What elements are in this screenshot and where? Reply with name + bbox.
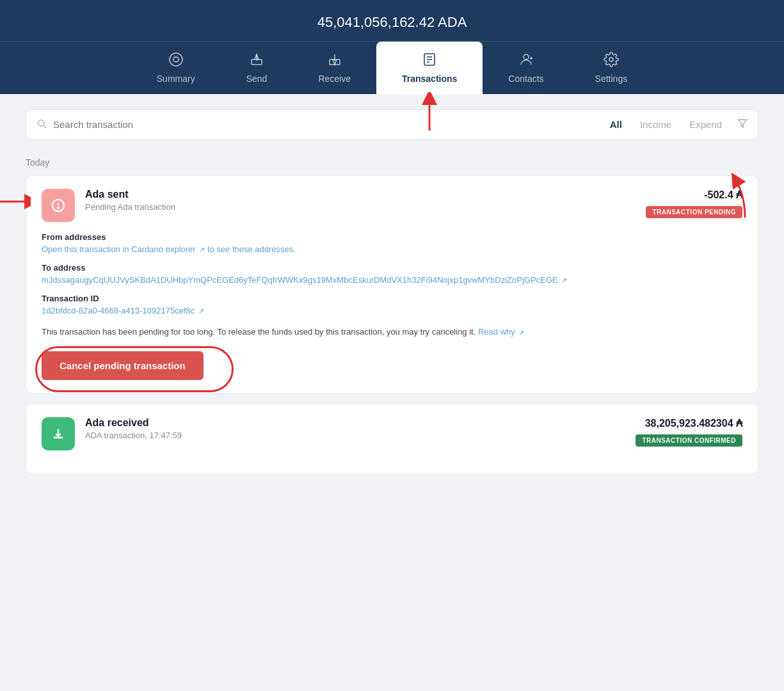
tx-icon-pending: [42, 189, 75, 222]
to-address-link[interactable]: mJdssagaugyCqUUJVySKBdA1DUHbpYmQPcEGEd6y…: [42, 275, 567, 285]
filter-income[interactable]: Income: [637, 118, 674, 131]
to-address-external-icon: ↗: [561, 276, 567, 284]
summary-icon: [168, 52, 184, 70]
tx-id-value: 1d2bfdcd-82a0-4668-a413-1092175cef8c ↗: [42, 306, 742, 315]
send-icon: [249, 52, 264, 70]
tx-id-link[interactable]: 1d2bfdcd-82a0-4668-a413-1092175cef8c ↗: [42, 306, 204, 315]
main-content: All Income Expend Today: [0, 94, 784, 500]
nav-label-contacts: Contacts: [508, 74, 543, 84]
external-link-icon: ↗: [199, 246, 205, 253]
receive-icon: [327, 52, 342, 70]
tx-right-pending: -502.4 ₳ TRANSACTION PENDING: [646, 189, 742, 218]
svg-point-1: [173, 57, 179, 62]
svg-marker-18: [738, 120, 746, 127]
read-why-link[interactable]: Read why ↗: [478, 327, 524, 337]
to-address-value: mJdssagaugyCqUUJVySKBdA1DUHbpYmQPcEGEd6y…: [42, 275, 742, 285]
nav-label-send: Send: [246, 74, 268, 84]
transactions-icon: [422, 52, 437, 70]
svg-point-23: [58, 207, 59, 209]
transaction-card-pending: Ada sent Pending Ada transaction -502.4 …: [26, 175, 758, 393]
tx-badge-confirmed: TRANSACTION CONFIRMED: [636, 434, 742, 447]
search-bar: All Income Expend: [26, 109, 758, 139]
tx-subtitle-pending: Pending Ada transaction: [85, 202, 646, 212]
nav-bar: Summary Send Receive: [0, 42, 784, 94]
from-addresses-value: Open this transaction in Cardano explore…: [42, 244, 742, 254]
tx-title-received: Ada received: [85, 417, 636, 429]
read-why-external-icon: ↗: [518, 329, 524, 337]
search-input[interactable]: [53, 119, 607, 130]
header: 45,041,056,162.42 ADA Summary Send: [0, 0, 784, 94]
nav-label-settings: Settings: [595, 74, 628, 84]
nav-item-transactions[interactable]: Transactions: [376, 42, 483, 94]
search-icon: [36, 118, 47, 131]
svg-rect-26: [54, 436, 63, 438]
nav-item-send[interactable]: Send: [221, 42, 293, 94]
nav-item-receive[interactable]: Receive: [292, 42, 376, 94]
tx-header-received: Ada received ADA transaction, 17:47:59 3…: [42, 417, 742, 450]
filter-all[interactable]: All: [607, 118, 625, 131]
tx-header-pending: Ada sent Pending Ada transaction -502.4 …: [42, 189, 742, 222]
cancel-btn-wrap: Cancel pending transaction: [42, 351, 742, 380]
tx-right-received: 38,205,923.482304 ₳ TRANSACTION CONFIRME…: [636, 417, 742, 447]
tx-icon-received: [42, 417, 75, 450]
nav-label-receive: Receive: [318, 74, 351, 84]
tx-id-label: Transaction ID: [42, 294, 742, 303]
tx-badge-pending: TRANSACTION PENDING: [646, 206, 742, 218]
svg-point-16: [38, 120, 44, 125]
tx-amount-received: 38,205,923.482304 ₳: [645, 417, 742, 429]
nav-item-contacts[interactable]: Contacts: [483, 42, 569, 94]
balance-display: 45,041,056,162.42 ADA: [0, 8, 784, 42]
transaction-card-received: Ada received ADA transaction, 17:47:59 3…: [26, 404, 758, 474]
cardano-explorer-link[interactable]: Open this transaction in Cardano explore…: [42, 244, 207, 254]
contacts-icon: [518, 52, 534, 70]
filter-icon[interactable]: [737, 118, 748, 131]
tx-warning-text: This transaction has been pending for to…: [42, 326, 742, 338]
tx-title-pending: Ada sent: [85, 189, 646, 200]
tx-id-external-icon: ↗: [198, 307, 204, 315]
tx-detail-pending: From addresses Open this transaction in …: [42, 232, 742, 380]
from-addresses-label: From addresses: [42, 232, 742, 242]
icon-arrow-annotation: [0, 189, 31, 214]
balance-value: 45,041,056,162.42 ADA: [317, 14, 467, 30]
svg-point-12: [524, 54, 529, 60]
filter-tabs: All Income Expend: [607, 118, 748, 131]
tx-info-pending: Ada sent Pending Ada transaction: [85, 189, 646, 212]
to-address-label: To address: [42, 263, 742, 273]
tx-info-received: Ada received ADA transaction, 17:47:59: [85, 417, 636, 440]
filter-expend[interactable]: Expend: [687, 118, 724, 131]
section-label-today: Today: [26, 157, 758, 168]
tx-amount-pending: -502.4 ₳: [704, 189, 742, 201]
svg-point-15: [609, 58, 613, 61]
svg-line-17: [44, 125, 46, 128]
tx-subtitle-received: ADA transaction, 17:47:59: [85, 431, 636, 440]
svg-point-0: [170, 53, 182, 66]
nav-item-settings[interactable]: Settings: [570, 42, 653, 94]
nav-label-summary: Summary: [157, 74, 195, 84]
nav-item-summary[interactable]: Summary: [131, 42, 221, 94]
settings-icon: [604, 52, 619, 70]
nav-label-transactions: Transactions: [402, 74, 457, 84]
cancel-pending-button[interactable]: Cancel pending transaction: [42, 351, 204, 380]
